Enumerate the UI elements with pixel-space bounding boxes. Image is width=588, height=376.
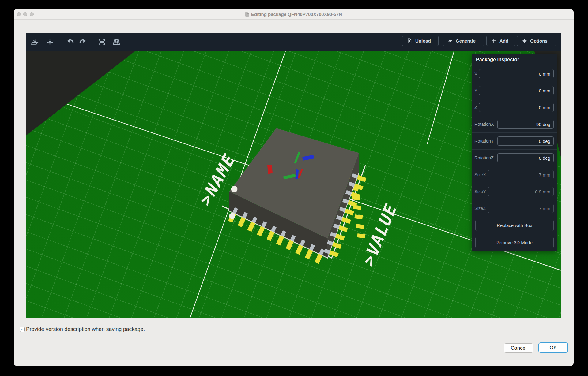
add-label: Add [499,38,508,43]
rotation-x-input[interactable]: 90 deg [497,120,554,129]
size-z-label: SizeZ [474,206,486,211]
rotation-y-label: RotationY [474,139,494,143]
upload-icon [407,38,413,44]
field-row-x: X 0 mm [472,65,557,82]
axis-line-far [427,52,454,144]
options-label: Options [530,38,548,43]
edit-package-dialog: Editing package QFN40P700X700X90-57N [14,9,574,366]
perspective-grid-icon [112,38,121,46]
options-button[interactable]: Options [517,36,556,46]
lightning-icon [447,38,453,44]
size-z-input: 7 mm [488,204,554,213]
cancel-button[interactable]: Cancel [504,343,533,353]
version-description-row: ✓ Provide version description when savin… [20,326,145,333]
field-row-rotation-x: RotationX 90 deg [472,116,557,133]
gizmo-red-mark [267,165,273,174]
rotation-z-label: RotationZ [474,155,494,160]
plus-icon [491,38,497,44]
toolbar-separator [58,33,58,51]
pin1-marker-dot [231,186,238,192]
redo-icon [79,38,87,46]
ok-button[interactable]: OK [538,342,568,353]
import-model-button[interactable] [28,36,41,48]
size-x-input: 7 mm [488,170,554,179]
add-button[interactable]: Add [486,36,515,46]
generate-label: Generate [456,38,476,43]
field-row-rotation-z: RotationZ 0 deg [472,150,557,166]
size-y-input: 0.9 mm [488,187,554,196]
field-row-rotation-y: RotationY 0 deg [472,133,557,150]
rotation-z-input[interactable]: 0 deg [497,153,554,162]
package-inspector-panel: Package Inspector X 0 mm Y 0 mm Z 0 mm R… [472,54,557,251]
toolbar-separator [91,33,91,51]
field-row-size-z: SizeZ 7 mm [472,200,557,217]
version-description-label: Provide version description when saving … [26,326,145,333]
toolbar-separator [441,33,441,51]
replace-with-box-button[interactable]: Replace with Box [475,220,554,231]
zoom-to-fit-icon [98,38,106,46]
x-label: X [474,71,477,76]
redo-button[interactable] [76,36,89,48]
titlebar: Editing package QFN40P700X700X90-57N [14,9,574,20]
board-marker-dot [229,213,235,219]
adjust-icon [522,38,527,44]
upload-label: Upload [415,38,431,43]
remove-3d-model-button[interactable]: Remove 3D Model [475,237,554,248]
rotation-x-label: RotationX [474,122,494,127]
origin-button[interactable] [43,36,56,48]
upload-button[interactable]: Upload [402,36,439,46]
document-icon [245,12,249,17]
inspector-title: Package Inspector [472,54,557,65]
size-y-label: SizeY [474,189,486,194]
checkmark-icon: ✓ [21,327,24,332]
viewport-3d[interactable]: >NAME >VALUE Package Inspector X 0 mm Y … [26,51,561,318]
field-row-size-x: SizeX 7 mm [472,166,557,183]
field-row-z: Z 0 mm [472,99,557,116]
version-description-checkbox[interactable]: ✓ [20,327,25,332]
rotation-y-input[interactable]: 0 deg [497,136,554,146]
x-input[interactable]: 0 mm [479,69,554,78]
import-icon [31,38,39,46]
field-row-y: Y 0 mm [472,82,557,99]
window-title: Editing package QFN40P700X700X90-57N [251,12,342,17]
undo-icon [66,38,74,46]
zoom-to-fit-button[interactable] [95,36,108,48]
perspective-grid-button[interactable] [110,36,123,48]
z-label: Z [474,105,477,110]
undo-button[interactable] [64,36,77,48]
size-x-label: SizeX [474,172,486,177]
z-input[interactable]: 0 mm [479,103,554,112]
origin-icon [46,38,54,46]
field-row-size-y: SizeY 0.9 mm [472,183,557,200]
toolbar: Upload Generate Add Options [26,33,561,51]
generate-button[interactable]: Generate [443,36,484,46]
y-label: Y [474,88,477,93]
y-input[interactable]: 0 mm [479,86,554,95]
